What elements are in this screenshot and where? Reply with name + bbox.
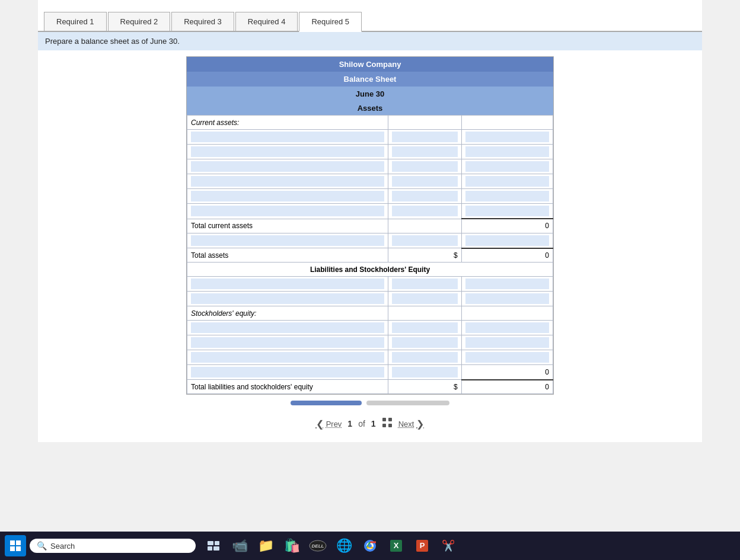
asset-mid-5[interactable] xyxy=(392,191,457,201)
browser-icon[interactable]: 🌐 xyxy=(332,534,356,558)
svg-rect-0 xyxy=(382,418,386,421)
table-row xyxy=(187,321,553,335)
table-row xyxy=(187,159,553,174)
asset-val-2[interactable] xyxy=(465,146,549,157)
asset-val-6[interactable] xyxy=(465,206,549,216)
noncurrent-mid[interactable] xyxy=(392,235,457,246)
asset-mid-1[interactable] xyxy=(392,132,457,142)
tab-required-2[interactable]: Required 2 xyxy=(108,12,171,31)
asset-mid-6[interactable] xyxy=(392,206,457,216)
balance-sheet-table: Current assets: xyxy=(187,115,553,394)
liab-input-2[interactable] xyxy=(191,293,384,304)
svg-rect-9 xyxy=(215,541,219,545)
table-row xyxy=(187,189,553,204)
tab-required-4[interactable]: Required 4 xyxy=(235,12,298,31)
scrollbar-filled[interactable] xyxy=(291,401,362,405)
scrollbar-empty[interactable] xyxy=(366,401,449,405)
table-row xyxy=(187,335,553,350)
asset-val-4[interactable] xyxy=(465,176,549,187)
total-liab-row: Total liabilities and stockholders' equi… xyxy=(187,380,553,394)
table-row xyxy=(187,174,553,189)
svg-point-16 xyxy=(368,544,372,548)
tab-required-5[interactable]: Required 5 xyxy=(299,12,362,32)
equity-mid-2[interactable] xyxy=(392,337,457,348)
stockholders-last-value: 0 xyxy=(461,365,553,380)
noncurrent-input[interactable] xyxy=(191,235,384,246)
liab-mid-2[interactable] xyxy=(392,293,457,304)
company-name: Shilow Company xyxy=(187,57,553,72)
equity-mid-4[interactable] xyxy=(392,367,457,377)
equity-val-2[interactable] xyxy=(465,337,549,348)
total-liab-value: 0 xyxy=(461,380,553,394)
equity-val-3[interactable] xyxy=(465,352,549,363)
search-bar[interactable]: 🔍 Search xyxy=(30,539,196,553)
svg-rect-3 xyxy=(388,424,392,427)
svg-rect-4 xyxy=(10,540,15,545)
search-icon: 🔍 xyxy=(37,541,47,551)
equity-input-1[interactable] xyxy=(191,322,384,333)
asset-input-1[interactable] xyxy=(191,132,384,142)
liab-val-2[interactable] xyxy=(465,293,549,304)
asset-mid-3[interactable] xyxy=(392,161,457,172)
of-label: of xyxy=(358,419,365,428)
svg-rect-6 xyxy=(10,546,15,551)
powerpoint-icon[interactable]: P xyxy=(410,534,434,558)
asset-mid-4[interactable] xyxy=(392,176,457,187)
total-current-assets-label: Total current assets xyxy=(187,219,388,233)
excel-icon[interactable]: X xyxy=(384,534,408,558)
equity-input-3[interactable] xyxy=(191,352,384,363)
sheet-title: Balance Sheet xyxy=(187,72,553,87)
tab-required-3[interactable]: Required 3 xyxy=(171,12,234,31)
asset-input-6[interactable] xyxy=(191,206,384,216)
store-icon[interactable]: 🛍️ xyxy=(280,534,304,558)
svg-text:DELL: DELL xyxy=(312,543,324,549)
next-chevron-icon: ❯ xyxy=(416,418,424,430)
total-liab-label: Total liabilities and stockholders' equi… xyxy=(187,380,388,394)
start-button[interactable] xyxy=(5,535,26,556)
dell-icon[interactable]: DELL xyxy=(306,534,330,558)
equity-mid-1[interactable] xyxy=(392,322,457,333)
liab-mid-1[interactable] xyxy=(392,279,457,289)
table-row xyxy=(187,204,553,219)
total-liab-symbol: $ xyxy=(388,380,461,394)
table-row xyxy=(187,277,553,292)
asset-val-5[interactable] xyxy=(465,191,549,201)
svg-rect-8 xyxy=(208,541,213,545)
tab-required-1[interactable]: Required 1 xyxy=(44,12,107,31)
asset-input-5[interactable] xyxy=(191,191,384,201)
asset-input-2[interactable] xyxy=(191,146,384,157)
files-icon[interactable]: 📁 xyxy=(254,534,278,558)
video-icon[interactable]: 📹 xyxy=(228,534,251,558)
asset-val-3[interactable] xyxy=(465,161,549,172)
asset-mid-2[interactable] xyxy=(392,146,457,157)
equity-mid-3[interactable] xyxy=(392,352,457,363)
assets-header: Assets xyxy=(187,101,553,115)
next-button[interactable]: Next ❯ xyxy=(398,418,425,430)
current-assets-label: Current assets: xyxy=(187,116,388,130)
liab-val-1[interactable] xyxy=(465,279,549,289)
asset-input-4[interactable] xyxy=(191,176,384,187)
equity-input-4[interactable] xyxy=(191,367,384,377)
liab-input-1[interactable] xyxy=(191,279,384,289)
sheet-date: June 30 xyxy=(187,87,553,101)
instruction-bar: Prepare a balance sheet as of June 30. xyxy=(38,32,702,50)
equity-val-1[interactable] xyxy=(465,322,549,333)
stockholders-section: Stockholders' equity: xyxy=(187,306,553,321)
table-row xyxy=(187,350,553,365)
snip-icon[interactable]: ✂️ xyxy=(436,534,460,558)
prev-chevron-icon: ❮ xyxy=(316,418,324,430)
prev-button[interactable]: ❮ Prev xyxy=(316,418,342,430)
taskview-icon[interactable] xyxy=(202,534,225,558)
asset-input-3[interactable] xyxy=(191,161,384,172)
equity-input-2[interactable] xyxy=(191,337,384,348)
table-row xyxy=(187,233,553,248)
current-assets-val xyxy=(461,116,553,130)
chrome-icon[interactable] xyxy=(358,534,382,558)
table-row: 0 xyxy=(187,365,553,380)
noncurrent-val[interactable] xyxy=(465,235,549,246)
grid-icon[interactable]: ​ xyxy=(382,417,393,430)
current-assets-mid xyxy=(388,116,461,130)
balance-sheet-container: Shilow Company Balance Sheet June 30 Ass… xyxy=(186,56,554,395)
asset-val-1[interactable] xyxy=(465,132,549,142)
current-page: 1 xyxy=(347,419,352,428)
